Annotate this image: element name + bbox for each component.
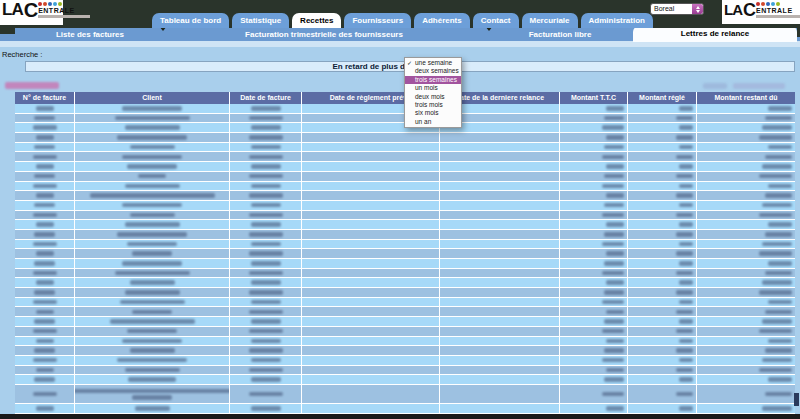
nav-tab-fournisseurs[interactable]: Fournisseurs [344, 13, 411, 28]
table-row[interactable] [15, 404, 795, 413]
table-row[interactable] [15, 143, 795, 152]
table-row[interactable] [15, 172, 795, 181]
table-row[interactable] [15, 288, 795, 297]
dropdown-item-trois-mois[interactable]: trois mois [405, 101, 461, 109]
redacted-link[interactable] [5, 82, 59, 89]
table-row[interactable] [15, 375, 795, 384]
table-row[interactable] [15, 356, 795, 365]
table-cell [302, 201, 440, 210]
redacted-cell-text [34, 319, 55, 324]
column-header-client: Client [75, 92, 230, 104]
table-row[interactable] [15, 317, 795, 326]
redacted-cell-text [33, 213, 57, 218]
table-row[interactable] [15, 152, 795, 161]
nav-tab-adh-rents[interactable]: Adhérents [414, 13, 470, 28]
table-row[interactable] [15, 298, 795, 307]
table-row[interactable] [15, 220, 795, 229]
redacted-cell-text [676, 329, 693, 334]
redacted-cell-text [602, 329, 624, 334]
subnav-tab-facturation-libre[interactable]: Facturation libre [490, 30, 630, 39]
redacted-cell-text [251, 319, 281, 324]
dropdown-item-une-semaine[interactable]: ✓une semaine [405, 59, 461, 67]
dropdown-item-trois-semaines[interactable]: trois semaines [405, 76, 461, 84]
redacted-cell-text [676, 174, 693, 179]
dropdown-item-un-mois[interactable]: un mois [405, 84, 461, 92]
table-row[interactable] [15, 133, 795, 142]
nav-tab-tableau-de-bord[interactable]: Tableau de bord [152, 13, 229, 28]
table-row[interactable] [15, 162, 795, 171]
table-cell [302, 356, 440, 365]
logo-left: LA C ENTRALE [0, 0, 63, 25]
redacted-cell-text [679, 125, 693, 130]
table-row[interactable] [15, 346, 795, 355]
table-cell [560, 278, 628, 287]
table-row[interactable] [15, 182, 795, 191]
table-row[interactable] [15, 249, 795, 258]
redacted-cell-text [34, 232, 55, 237]
table-cell [697, 327, 795, 336]
dropdown-item-deux-mois[interactable]: deux mois [405, 93, 461, 101]
nav-tab-recettes[interactable]: Recettes [292, 13, 341, 28]
redacted-cell-text [251, 358, 281, 363]
redacted-cell-text [125, 368, 180, 373]
redacted-cell-text [679, 358, 693, 363]
redacted-cell-text [120, 300, 185, 305]
subnav-tab-facturation-trimestrielle[interactable]: Facturation trimestrielle des fournisseu… [243, 30, 405, 39]
nav-tab-mercuriale[interactable]: Mercuriale [522, 13, 578, 28]
nav-tab-statistique[interactable]: Statistique [232, 13, 289, 28]
boreal-select[interactable]: Boreal [650, 3, 704, 15]
redacted-cell-text [765, 193, 792, 198]
table-body [15, 104, 795, 419]
nav-tab-administration[interactable]: Administration [581, 13, 653, 28]
dropdown-item-deux-semaines[interactable]: deux semaines [405, 67, 461, 75]
table-row[interactable] [15, 240, 795, 249]
redacted-cell-text [249, 232, 283, 237]
table-cell [697, 114, 795, 123]
scrollbar-fragment[interactable] [794, 393, 799, 406]
table-cell [697, 220, 795, 229]
redacted-cell-text [604, 232, 624, 237]
table-cell [440, 211, 560, 220]
table-row[interactable] [15, 230, 795, 239]
redacted-cell-text [34, 348, 55, 353]
dropdown-item-six-mois[interactable]: six mois [405, 109, 461, 117]
table-cell [15, 152, 75, 161]
table-cell [230, 317, 302, 326]
dropdown-item-un-an[interactable]: un an [405, 118, 461, 126]
redacted-cell-text [127, 329, 177, 334]
table-cell [440, 337, 560, 346]
table-cell [628, 114, 697, 123]
table-row[interactable] [15, 366, 795, 375]
table-cell [560, 356, 628, 365]
table-cell [230, 240, 302, 249]
subnav-tab-liste-des-factures[interactable]: Liste des factures [15, 30, 165, 39]
table-cell [440, 259, 560, 268]
table-cell [560, 182, 628, 191]
redacted-link[interactable] [733, 83, 785, 89]
redacted-link[interactable] [703, 83, 727, 89]
subnav-tab-lettres-de-relance[interactable]: Lettres de relance [633, 26, 797, 42]
table-row[interactable] [15, 278, 795, 287]
table-row[interactable] [15, 201, 795, 210]
table-row[interactable] [15, 211, 795, 220]
table-cell [302, 327, 440, 336]
table-row[interactable] [15, 259, 795, 268]
nav-tab-contact[interactable]: Contact [473, 13, 519, 28]
table-cell [230, 298, 302, 307]
redacted-cell-text [33, 300, 57, 305]
table-cell [230, 133, 302, 142]
table-row[interactable] [15, 307, 795, 316]
table-cell [230, 211, 302, 220]
redacted-cell-text [606, 280, 624, 285]
table-cell [302, 259, 440, 268]
table-cell [697, 346, 795, 355]
table-cell [560, 172, 628, 181]
table-row[interactable] [15, 269, 795, 278]
table-cell [560, 259, 628, 268]
table-cell [75, 240, 230, 249]
table-row[interactable] [15, 191, 795, 200]
table-row[interactable] [15, 337, 795, 346]
table-row[interactable] [15, 327, 795, 336]
table-cell [560, 385, 628, 403]
table-row[interactable] [15, 385, 795, 403]
